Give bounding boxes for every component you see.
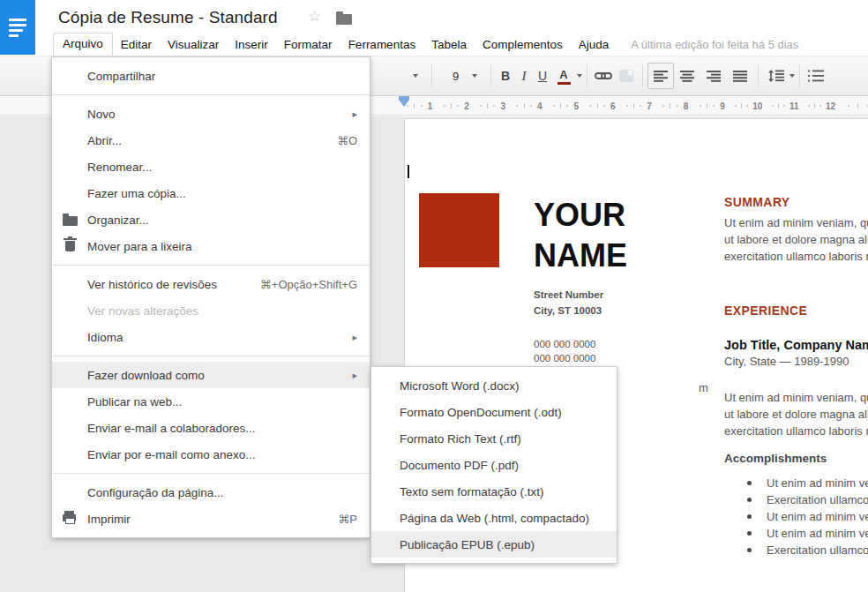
- menu-divider: [52, 356, 370, 356]
- text-color-button[interactable]: A: [552, 63, 575, 89]
- ruler-number: 11: [789, 101, 799, 111]
- menu-arquivo[interactable]: Arquivo: [53, 33, 113, 56]
- menu-complementos[interactable]: Complementos: [475, 34, 571, 55]
- menu-item-compartilhar[interactable]: Compartilhar: [52, 63, 370, 89]
- line-spacing-button[interactable]: [763, 63, 789, 89]
- phone-line1: 000 000 0000: [534, 337, 595, 351]
- submenu-item-epub[interactable]: Publicação EPUB (.epub): [371, 531, 617, 558]
- font-size-value: 9: [453, 70, 459, 83]
- menu-item-organizar[interactable]: Organizar...: [52, 206, 370, 233]
- menu-item-label: Imprimir: [87, 513, 338, 526]
- menu-item-label: Idioma: [87, 331, 352, 344]
- submenu-item-html[interactable]: Página da Web (.html, compactado): [371, 505, 617, 531]
- menu-inserir[interactable]: Inserir: [227, 34, 276, 55]
- red-accent-square: [419, 193, 499, 267]
- insert-comment-button[interactable]: [615, 63, 638, 89]
- menu-item-label: Fazer download como: [87, 369, 352, 382]
- menu-item-mover-para-lixeira[interactable]: Mover para a lixeira: [52, 233, 370, 259]
- text-cursor: [408, 165, 409, 178]
- submenu-item-rtf[interactable]: Formato Rich Text (.rtf): [371, 425, 617, 452]
- text-color-swatch: [557, 82, 571, 85]
- submenu-item-txt[interactable]: Texto sem formatação (.txt): [371, 478, 617, 505]
- download-as-submenu: Microsoft Word (.docx) Formato OpenDocum…: [370, 366, 617, 564]
- summary-line: ut labore et dolore magna aliqua: [724, 231, 868, 248]
- numbered-list-button[interactable]: [804, 63, 827, 89]
- menu-shortcut: ⌘O: [337, 134, 357, 147]
- bullet-icon: [747, 548, 752, 552]
- align-right-icon: [707, 71, 721, 82]
- menu-item-publicar-na-web[interactable]: Publicar na web...: [52, 388, 370, 415]
- document-title[interactable]: Cópia de Resume - Standard: [58, 8, 278, 27]
- docs-logo-icon: [9, 19, 26, 21]
- submenu-item-docx[interactable]: Microsoft Word (.docx): [371, 372, 617, 399]
- resume-name-line2: NAME: [534, 236, 627, 276]
- ruler-number: 10: [752, 101, 762, 111]
- header: Cópia de Resume - Standard ☆ Arquivo Edi…: [0, 0, 868, 56]
- accomplishments-list: Ut enim ad minim veniam Exercitation ull…: [724, 475, 868, 558]
- toolbar-divider: [799, 64, 800, 87]
- align-center-button[interactable]: [674, 63, 700, 89]
- submenu-item-pdf[interactable]: Documento PDF (.pdf): [371, 452, 617, 478]
- menu-item-label: Enviar e-mail a colaboradores...: [87, 422, 357, 435]
- menu-item-label: Publicar na web...: [87, 395, 357, 408]
- bold-button[interactable]: B: [496, 63, 515, 89]
- menu-item-abrir[interactable]: Abrir... ⌘O: [52, 127, 370, 154]
- text-color-letter: A: [559, 68, 567, 81]
- font-size-select[interactable]: 9: [437, 63, 486, 89]
- menu-item-novo[interactable]: Novo ▸: [52, 101, 370, 127]
- comment-icon: [619, 70, 633, 82]
- last-edit-status[interactable]: A última edição foi feita há 5 dias: [631, 38, 798, 51]
- menu-item-configuracao-da-pagina[interactable]: Configuração da página...: [52, 479, 370, 506]
- bullet-text: Ut enim ad minim veniam: [767, 476, 868, 490]
- docs-logo[interactable]: [0, 0, 35, 55]
- align-justify-button[interactable]: [727, 63, 753, 89]
- ruler-number: 4: [537, 101, 542, 111]
- move-to-folder-icon[interactable]: [336, 14, 352, 25]
- bullet-icon: [747, 514, 752, 519]
- bullet-text: Ut enim ad minim veniam: [767, 510, 868, 523]
- bullet-icon: [747, 481, 752, 485]
- submenu-item-label: Página da Web (.html, compactado): [400, 512, 589, 525]
- insert-link-button[interactable]: [592, 63, 615, 89]
- printer-icon: [63, 514, 76, 521]
- italic-button[interactable]: I: [515, 63, 533, 89]
- align-left-button[interactable]: [647, 63, 674, 89]
- trash-icon: [65, 241, 75, 251]
- google-docs-window: Cópia de Resume - Standard ☆ Arquivo Edi…: [0, 0, 868, 592]
- menu-item-enviar-email-colaboradores[interactable]: Enviar e-mail a colaboradores...: [52, 415, 370, 441]
- align-right-button[interactable]: [700, 63, 727, 89]
- submenu-item-odt[interactable]: Formato OpenDocument (.odt): [371, 399, 617, 425]
- align-left-icon: [654, 71, 668, 82]
- experience-heading: EXPERIENCE: [724, 303, 807, 318]
- resume-name-line1: YOUR: [534, 195, 627, 236]
- ruler-marks: 1 2 3 4 5 6 7 8 9 10 11 12: [401, 97, 868, 115]
- chevron-down-icon: [472, 74, 477, 78]
- menu-item-renomear[interactable]: Renomear...: [52, 154, 370, 180]
- menu-editar[interactable]: Editar: [113, 34, 160, 55]
- star-icon[interactable]: ☆: [308, 8, 321, 26]
- summary-heading: SUMMARY: [724, 195, 790, 209]
- menu-item-enviar-email-anexo[interactable]: Enviar por e-mail como anexo...: [52, 441, 370, 468]
- bullet-text: Exercitation ullamco laboris: [767, 543, 868, 557]
- list-item: Exercitation ullamco laboris: [724, 542, 868, 558]
- align-justify-icon: [733, 71, 747, 82]
- menu-item-idioma[interactable]: Idioma ▸: [52, 324, 370, 350]
- menu-visualizar[interactable]: Visualizar: [160, 34, 227, 55]
- folder-icon: [63, 216, 78, 226]
- chevron-down-icon: [413, 74, 418, 78]
- menu-item-fazer-download-como[interactable]: Fazer download como ▸: [52, 362, 370, 388]
- menu-tabela[interactable]: Tabela: [423, 34, 475, 55]
- ruler-number: 2: [464, 101, 469, 111]
- experience-line: exercitation ullamco laboris nisi: [724, 423, 868, 439]
- menu-item-ver-historico-de-revisoes[interactable]: Ver histórico de revisões ⌘+Opção+Shift+…: [52, 271, 370, 297]
- menu-ferramentas[interactable]: Ferramentas: [340, 34, 424, 55]
- menu-formatar[interactable]: Formatar: [276, 34, 340, 55]
- submenu-arrow-icon: ▸: [352, 332, 357, 343]
- menu-ajuda[interactable]: Ajuda: [571, 34, 617, 55]
- ruler-number: 6: [610, 101, 616, 111]
- menu-item-fazer-uma-copia[interactable]: Fazer uma cópia...: [52, 180, 370, 206]
- underline-button[interactable]: U: [533, 63, 552, 89]
- menu-shortcut: ⌘P: [338, 513, 357, 526]
- menu-divider: [52, 94, 370, 95]
- menu-item-imprimir[interactable]: Imprimir ⌘P: [52, 506, 370, 532]
